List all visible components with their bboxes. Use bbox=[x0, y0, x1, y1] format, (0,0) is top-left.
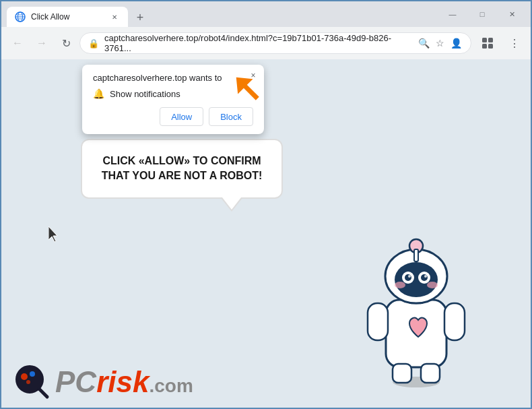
svg-point-33 bbox=[30, 371, 35, 377]
bell-icon: 🔔 bbox=[93, 88, 104, 99]
robot-svg bbox=[356, 212, 477, 387]
navigation-bar: ← → ↻ 🔒 captcharesolverhere.top/robot4/i… bbox=[1, 27, 531, 59]
svg-point-27 bbox=[395, 282, 405, 288]
active-tab[interactable]: Click Allow ✕ bbox=[7, 7, 128, 27]
back-button[interactable]: ← bbox=[7, 32, 28, 54]
svg-rect-5 bbox=[482, 38, 487, 42]
svg-point-24 bbox=[421, 274, 428, 281]
mouse-cursor bbox=[48, 226, 62, 243]
browser-window: Click Allow ✕ + — □ ✕ ← → ↻ 🔒 captchares… bbox=[0, 0, 532, 409]
cursor-icon bbox=[48, 226, 62, 243]
lock-icon: 🔒 bbox=[88, 38, 99, 49]
svg-marker-11 bbox=[48, 226, 57, 242]
svg-rect-14 bbox=[368, 303, 388, 340]
pcrisk-risk-text: risk bbox=[96, 367, 149, 397]
svg-rect-16 bbox=[393, 364, 411, 383]
speech-bubble: CLICK «ALLOW» TO CONFIRM THAT YOU ARE NO… bbox=[81, 139, 283, 199]
title-bar: Click Allow ✕ + — □ ✕ bbox=[1, 1, 531, 27]
pcrisk-logo: PC risk .com bbox=[15, 365, 193, 400]
svg-rect-30 bbox=[414, 249, 418, 261]
page-content: captcharesolverhere.top wants to × 🔔 Sho… bbox=[1, 59, 531, 408]
svg-point-34 bbox=[26, 380, 30, 384]
forward-button[interactable]: → bbox=[31, 32, 53, 54]
address-bar[interactable]: 🔒 captcharesolverhere.top/robot4/index.h… bbox=[79, 32, 471, 54]
extensions-button[interactable] bbox=[477, 32, 498, 54]
tab-favicon-icon bbox=[15, 11, 26, 22]
tab-strip: Click Allow ✕ + bbox=[7, 1, 436, 27]
window-controls: — □ ✕ bbox=[439, 5, 525, 24]
chrome-menu-button[interactable]: ⋮ bbox=[504, 32, 525, 54]
minimize-button[interactable]: — bbox=[439, 5, 466, 24]
svg-point-32 bbox=[21, 373, 28, 380]
svg-rect-6 bbox=[488, 38, 493, 42]
svg-point-25 bbox=[408, 275, 411, 278]
address-bar-icons: 🔍 ☆ 👤 bbox=[417, 36, 463, 50]
pcrisk-pc-text: PC bbox=[55, 367, 96, 397]
svg-line-35 bbox=[39, 389, 47, 397]
svg-rect-8 bbox=[488, 44, 493, 49]
search-icon[interactable]: 🔍 bbox=[417, 36, 430, 50]
tab-close-button[interactable]: ✕ bbox=[109, 11, 120, 22]
url-text: captcharesolverhere.top/robot4/index.htm… bbox=[104, 33, 411, 53]
robot-character bbox=[356, 212, 477, 387]
arrow-icon bbox=[228, 69, 275, 116]
svg-rect-15 bbox=[444, 303, 465, 340]
notification-text: Show notifications bbox=[110, 89, 180, 99]
allow-button[interactable]: Allow bbox=[160, 107, 203, 126]
reload-button[interactable]: ↻ bbox=[55, 32, 77, 54]
tab-title: Click Allow bbox=[31, 12, 104, 22]
svg-point-23 bbox=[405, 274, 411, 281]
svg-point-26 bbox=[424, 275, 427, 278]
svg-point-20 bbox=[395, 262, 438, 297]
extensions-icon bbox=[481, 37, 494, 49]
pcrisk-com-text: .com bbox=[149, 375, 193, 397]
orange-arrow bbox=[228, 69, 275, 119]
maximize-button[interactable]: □ bbox=[469, 5, 496, 24]
bubble-text: CLICK «ALLOW» TO CONFIRM THAT YOU ARE NO… bbox=[98, 154, 265, 184]
star-icon[interactable]: ☆ bbox=[433, 36, 446, 50]
close-button[interactable]: ✕ bbox=[498, 5, 525, 24]
new-tab-button[interactable]: + bbox=[131, 8, 149, 27]
profile-icon[interactable]: 👤 bbox=[449, 36, 463, 50]
svg-rect-7 bbox=[482, 44, 487, 49]
pcrisk-brand-text: PC risk .com bbox=[55, 367, 193, 397]
pcrisk-ball-icon bbox=[15, 365, 50, 400]
svg-point-28 bbox=[427, 282, 438, 288]
svg-rect-17 bbox=[421, 364, 440, 383]
